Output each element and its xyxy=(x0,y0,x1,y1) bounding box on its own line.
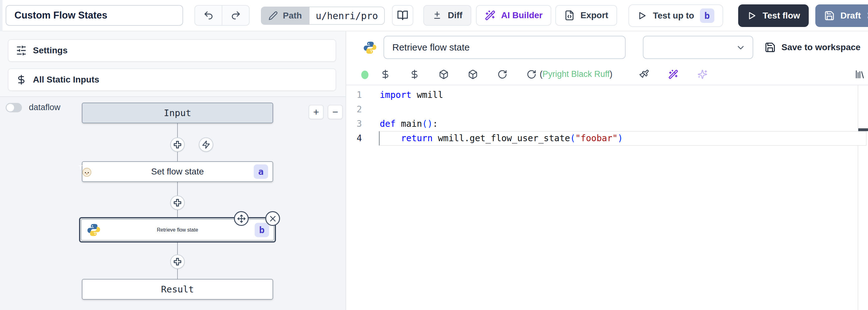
play-icon xyxy=(637,11,647,21)
code-token xyxy=(380,133,401,143)
sparkles-icon xyxy=(698,69,708,79)
draft-label: Draft xyxy=(840,11,861,21)
path-label: Path xyxy=(283,11,302,21)
code-editor[interactable]: 1 2 3 4 import wmill def main(): return … xyxy=(346,85,868,310)
assistant-paren-open: ( xyxy=(540,69,542,79)
dataflow-toggle[interactable] xyxy=(6,103,22,112)
library-button[interactable] xyxy=(854,69,866,80)
status-dot xyxy=(361,71,368,79)
redo-icon xyxy=(230,10,241,21)
test-flow-button[interactable]: Test flow xyxy=(738,4,809,27)
export-button[interactable]: Export xyxy=(555,5,617,26)
node-badge: b xyxy=(255,223,269,237)
play-icon xyxy=(747,11,757,21)
resources-button[interactable] xyxy=(409,69,420,80)
draft-shortcut: ⌘S xyxy=(866,11,868,21)
node-badge: a xyxy=(254,164,268,179)
wand-sparkles-icon xyxy=(485,10,495,21)
flow-node-a[interactable]: TS Set flow state a xyxy=(82,161,273,182)
zap-icon xyxy=(202,140,210,149)
test-up-to-button[interactable]: Test up to b xyxy=(628,4,723,27)
rotate-cw-icon xyxy=(497,69,507,79)
code-token: main xyxy=(396,119,422,129)
line-number-gutter: 1 2 3 4 xyxy=(346,88,362,146)
assistant-names: Pyright Black Ruff xyxy=(542,69,610,79)
flow-title-input[interactable] xyxy=(6,5,183,26)
step-editor-panel: Save to workspace (Pyright Blac xyxy=(346,31,868,310)
variables-button[interactable] xyxy=(380,69,391,80)
export-label: Export xyxy=(581,10,608,20)
diff-icon xyxy=(432,10,442,20)
cross-plus-icon xyxy=(173,257,182,266)
redo-button[interactable] xyxy=(222,6,249,25)
dollar-icon xyxy=(409,69,420,79)
delete-node-button[interactable] xyxy=(265,211,280,226)
undo-redo-group xyxy=(194,5,250,26)
package-icon xyxy=(468,69,478,79)
zoom-out-button[interactable]: − xyxy=(328,105,343,119)
code-line-3: def main(): xyxy=(380,117,856,131)
undo-icon xyxy=(203,10,214,21)
move-icon xyxy=(237,214,246,223)
path-button[interactable]: Path u/henri/pro xyxy=(261,7,385,25)
node-label: Input xyxy=(164,108,191,118)
docs-button[interactable] xyxy=(392,5,413,26)
pencil-icon xyxy=(269,11,278,20)
move-node-button[interactable] xyxy=(234,211,249,226)
book-open-icon xyxy=(397,10,408,21)
ai-builder-button[interactable]: AI Builder xyxy=(476,5,551,26)
undo-button[interactable] xyxy=(195,6,222,25)
code-token: "foobar" xyxy=(576,133,618,143)
window-edge xyxy=(0,0,2,31)
ai-edit-button[interactable] xyxy=(668,69,679,80)
test-up-to-label: Test up to xyxy=(653,11,694,21)
path-value: u/henri/pro xyxy=(310,7,385,25)
package-button[interactable] xyxy=(467,69,478,80)
draft-button[interactable]: Draft ⌘S xyxy=(815,4,868,27)
diff-button[interactable]: Diff xyxy=(423,5,471,26)
line-number: 1 xyxy=(346,88,362,102)
static-inputs-label: All Static Inputs xyxy=(33,75,99,85)
package-button[interactable] xyxy=(438,69,450,80)
cross-plus-icon xyxy=(173,140,182,149)
flow-node-input[interactable]: Input xyxy=(82,103,273,123)
code-assistants-status[interactable]: (Pyright Black Ruff) xyxy=(540,69,613,79)
dataflow-label: dataflow xyxy=(29,103,61,112)
settings-button[interactable]: Settings xyxy=(8,39,336,62)
ai-sparkles-button[interactable] xyxy=(697,69,708,80)
add-trigger-button[interactable] xyxy=(199,137,213,152)
assistant-paren-close: ) xyxy=(610,69,613,79)
code-line-4: return wmill.get_flow_user_state("foobar… xyxy=(380,131,856,146)
save-icon xyxy=(824,10,835,21)
reload-button[interactable] xyxy=(526,69,537,80)
test-flow-label: Test flow xyxy=(763,11,800,21)
insert-step-button[interactable] xyxy=(170,254,185,269)
code-token: ) xyxy=(618,133,623,143)
step-name-input[interactable] xyxy=(383,36,626,59)
flow-panel: Settings All Static Inputs dataflow + − xyxy=(0,31,346,310)
flow-graph-canvas[interactable]: dataflow + − Input xyxy=(0,96,346,310)
zoom-in-button[interactable]: + xyxy=(309,105,323,119)
step-kind-select[interactable] xyxy=(643,36,753,59)
package-icon xyxy=(439,69,449,79)
settings-label: Settings xyxy=(33,46,67,56)
flow-node-result[interactable]: Result xyxy=(82,279,273,300)
code-token: def xyxy=(380,119,396,129)
node-label: Set flow state xyxy=(151,167,204,177)
all-static-inputs-button[interactable]: All Static Inputs xyxy=(8,68,336,91)
code-content[interactable]: import wmill def main(): return wmill.ge… xyxy=(380,88,856,146)
ai-builder-label: AI Builder xyxy=(501,10,542,20)
insert-step-button[interactable] xyxy=(170,137,185,152)
library-icon xyxy=(855,69,865,80)
insert-step-button[interactable] xyxy=(170,195,185,210)
python-icon xyxy=(363,40,377,55)
file-code-icon xyxy=(564,10,575,21)
format-button[interactable] xyxy=(639,69,650,80)
cross-plus-icon xyxy=(173,198,182,207)
reload-button[interactable] xyxy=(497,69,508,80)
toggle-knob xyxy=(7,104,14,111)
save-to-workspace-button[interactable]: Save to workspace xyxy=(765,39,861,56)
line-number-active: 4 xyxy=(346,131,362,146)
code-token: return xyxy=(401,133,432,143)
save-to-workspace-label: Save to workspace xyxy=(781,43,861,52)
